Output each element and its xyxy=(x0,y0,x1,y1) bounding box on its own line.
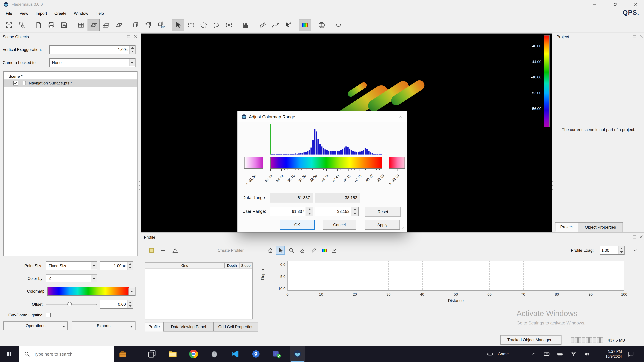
menu-window[interactable]: Window xyxy=(70,9,92,18)
battery-icon[interactable] xyxy=(557,351,563,357)
orbit-icon[interactable] xyxy=(332,19,344,31)
surfaces-stack-icon[interactable] xyxy=(100,19,112,31)
wifi-icon[interactable] xyxy=(570,351,576,357)
briefcase-app-icon[interactable] xyxy=(116,346,130,362)
surface-mesh-icon[interactable] xyxy=(113,19,125,31)
colormap-select[interactable] xyxy=(47,287,136,296)
pick-point-icon[interactable] xyxy=(282,19,294,31)
surface-icon[interactable] xyxy=(88,19,100,31)
points-file-icon xyxy=(22,80,27,86)
menu-import[interactable]: Import xyxy=(32,9,51,18)
histogram-icon[interactable] xyxy=(240,19,252,31)
color-by-select[interactable]: Z xyxy=(46,274,97,283)
keyboard-icon[interactable] xyxy=(544,351,550,357)
dialog-close-button[interactable] xyxy=(394,111,407,122)
polygon-select-icon[interactable] xyxy=(198,19,210,31)
document-icon[interactable] xyxy=(32,19,44,31)
teams-icon[interactable]: T xyxy=(269,346,284,362)
lasso-select-icon[interactable] xyxy=(210,19,222,31)
cube-edit-icon[interactable] xyxy=(142,19,155,31)
camera-locked-select[interactable]: None xyxy=(49,58,136,67)
point-size-input[interactable]: 1.00px xyxy=(100,261,133,270)
resize-grip[interactable] xyxy=(402,227,406,231)
user-range-max-input[interactable]: -38.152 xyxy=(315,207,358,216)
spinner-buttons[interactable] xyxy=(351,207,358,216)
spinner-buttons[interactable] xyxy=(130,45,135,54)
operations-button[interactable]: Operations xyxy=(3,322,68,330)
minimize-button[interactable] xyxy=(587,0,602,9)
volume-icon[interactable] xyxy=(584,351,590,357)
vertical-exaggeration-input[interactable]: 1.00× xyxy=(49,45,136,54)
cube-select-icon[interactable] xyxy=(130,19,142,31)
chevron-up-icon[interactable] xyxy=(531,351,537,357)
tab-project[interactable]: Project xyxy=(555,222,578,232)
close-panel-icon[interactable] xyxy=(639,34,644,39)
rect-select-icon[interactable] xyxy=(185,19,197,31)
start-button[interactable] xyxy=(0,346,19,362)
taskbar-clock[interactable]: 5:27 PM 10/9/2024 xyxy=(591,346,623,362)
spline-icon[interactable] xyxy=(269,19,282,31)
zoom-region-icon[interactable] xyxy=(16,19,28,31)
colormap-icon[interactable] xyxy=(299,19,311,31)
menu-create[interactable]: Create xyxy=(51,9,70,18)
search-input[interactable] xyxy=(34,346,111,362)
tree-root-row[interactable]: Scene * xyxy=(4,73,137,80)
ok-button[interactable]: OK xyxy=(280,220,314,230)
task-view-icon[interactable] xyxy=(144,346,159,362)
menu-view[interactable]: View xyxy=(16,9,32,18)
tree-item-row[interactable]: Navigation Surface.pts * xyxy=(4,79,137,87)
taskbar-search[interactable] xyxy=(19,346,114,362)
show-desktop-button[interactable] xyxy=(642,346,644,362)
gamepad-icon[interactable] xyxy=(487,351,493,357)
save-icon[interactable] xyxy=(58,19,70,31)
tree-item-label: Navigation Surface.pts * xyxy=(29,81,72,85)
gridline xyxy=(523,261,524,290)
maximize-button[interactable] xyxy=(608,0,623,9)
menu-file[interactable]: File xyxy=(2,9,16,18)
offset-slider-thumb[interactable] xyxy=(68,302,72,306)
spinner-buttons[interactable] xyxy=(127,262,133,270)
eye-dome-lighting-checkbox[interactable] xyxy=(46,313,51,318)
tab-profile[interactable]: Profile xyxy=(145,322,163,332)
float-panel-icon[interactable] xyxy=(632,34,637,39)
game-bar-label: Game xyxy=(498,352,509,356)
point-size-mode-select[interactable]: Fixed Size xyxy=(46,261,97,270)
spinner-buttons[interactable] xyxy=(127,300,133,308)
splitter-handle[interactable] xyxy=(138,181,140,190)
vscode-icon[interactable] xyxy=(228,346,242,362)
close-button[interactable] xyxy=(628,0,643,9)
mouse-app-icon[interactable] xyxy=(207,346,222,362)
table-icon[interactable] xyxy=(75,19,87,31)
file-explorer-icon[interactable] xyxy=(165,346,180,362)
notification-icon[interactable] xyxy=(628,351,634,357)
offset-input[interactable]: 0.00 xyxy=(100,300,133,309)
close-panel-icon[interactable] xyxy=(133,34,138,39)
dialog-titlebar[interactable]: Adjust Colormap Range xyxy=(238,111,407,122)
tracked-object-manager-button[interactable]: Tracked Object Manager... xyxy=(500,335,562,345)
kp-cube-icon[interactable]: KP xyxy=(155,19,167,31)
clear-selection-icon[interactable] xyxy=(223,19,235,31)
apply-button[interactable]: Apply xyxy=(365,220,400,230)
float-panel-icon[interactable] xyxy=(126,34,131,39)
grid-globe-icon[interactable] xyxy=(316,19,328,31)
fledermaus-icon[interactable] xyxy=(290,346,305,362)
print-icon[interactable] xyxy=(45,19,57,31)
user-range-min-input[interactable]: -61.337 xyxy=(270,207,313,216)
pointer-icon[interactable] xyxy=(172,19,184,31)
histogram-plot[interactable] xyxy=(244,124,405,155)
cancel-button[interactable]: Cancel xyxy=(323,220,356,230)
window-titlebar[interactable]: Fledermaus 0.0.0 xyxy=(0,0,644,9)
tab-data-viewing-panel[interactable]: Data Viewing Panel xyxy=(163,322,214,332)
chart-ylabel: Depth xyxy=(260,268,265,281)
spinner-buttons[interactable] xyxy=(306,207,313,216)
map-app-icon[interactable] xyxy=(248,346,263,362)
exports-button[interactable]: Exports xyxy=(72,322,136,330)
reset-button[interactable]: Reset xyxy=(365,207,401,217)
zoom-extents-icon[interactable] xyxy=(3,19,15,31)
visibility-checkbox[interactable] xyxy=(14,81,18,85)
measure-icon[interactable] xyxy=(256,19,269,31)
menu-help[interactable]: Help xyxy=(92,9,108,18)
tab-grid-cell-properties[interactable]: Grid Cell Properties xyxy=(214,322,258,332)
tab-object-properties[interactable]: Object Properties xyxy=(578,222,623,232)
chrome-icon[interactable] xyxy=(186,346,201,362)
